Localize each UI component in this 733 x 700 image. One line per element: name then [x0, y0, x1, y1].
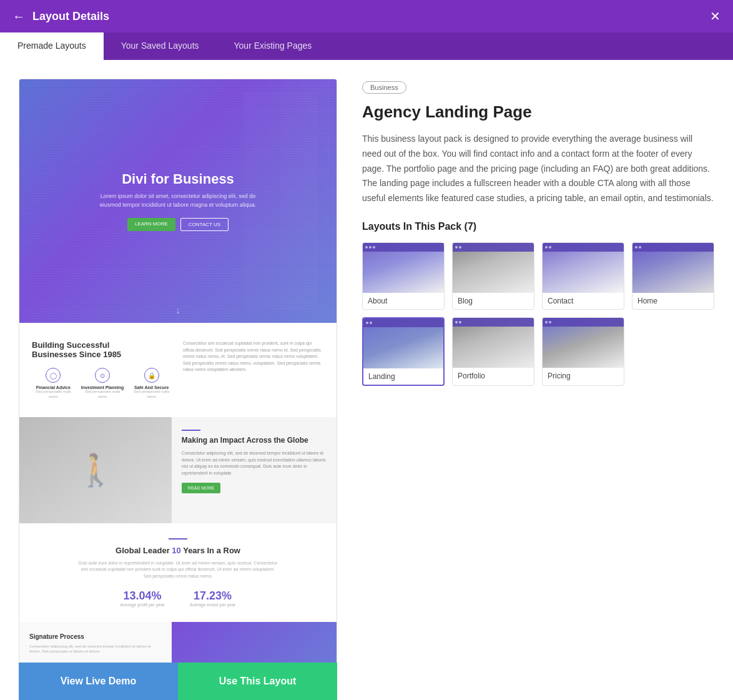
main-content: Divi for Business Lorem ipsum dolor sit …	[0, 60, 733, 698]
layout-thumb-about[interactable]: About	[362, 242, 445, 310]
section4-stats: 13.04% Average profit per year 17.23% Av…	[32, 589, 324, 607]
icon-item-secure: 🔒 Safe And Secure Sed perspiciatis nulla…	[130, 368, 173, 400]
tab-existing[interactable]: Your Existing Pages	[217, 32, 330, 60]
tabs-bar: Premade Layouts Your Saved Layouts Your …	[0, 32, 733, 60]
hero-contact-btn: CONTACT US	[180, 218, 229, 231]
section5-title: Signature Process	[29, 633, 162, 640]
tab-premade[interactable]: Premade Layouts	[0, 32, 104, 60]
section3-img-inner: 🚶	[19, 417, 172, 523]
layout-thumb-portfolio[interactable]: Portfolio	[452, 317, 534, 386]
layouts-grid: About Blog Contact	[362, 242, 714, 386]
thumb-contact-img	[543, 243, 624, 293]
thumb-home-img	[632, 243, 714, 293]
preview-panel: Divi for Business Lorem ipsum dolor sit …	[19, 79, 337, 698]
close-icon[interactable]: ✕	[710, 9, 721, 24]
section3-divider	[182, 430, 200, 431]
view-live-demo-button[interactable]: View Live Demo	[19, 663, 178, 700]
layouts-heading: Layouts In This Pack (7)	[362, 221, 714, 232]
icon-label-investment: Investment Planning	[81, 385, 124, 390]
hero-content: Divi for Business Lorem ipsum dolor sit …	[97, 171, 259, 231]
section4-divider	[169, 538, 187, 540]
thumb-about-img	[363, 243, 444, 293]
stat-invest-label: Average invest per year	[190, 603, 236, 607]
hero-title: Divi for Business	[97, 171, 259, 187]
section2-right: Consectetur sint occaecat cupidatat non …	[183, 340, 324, 400]
section3-content: Making an Impact Across the Globe Consec…	[172, 417, 337, 523]
layout-thumb-contact[interactable]: Contact	[542, 242, 624, 310]
bottom-bar: View Live Demo Use This Layout	[19, 663, 337, 700]
stat-profit-label: Average profit per year	[121, 603, 165, 607]
hero-arrow-icon: ↓	[176, 305, 180, 315]
thumb-about-label: About	[363, 293, 444, 309]
preview-section2: Building SuccessfulBusinesses Since 1985…	[19, 323, 337, 417]
thumb-portfolio-label: Portfolio	[453, 368, 534, 384]
layout-thumb-landing[interactable]: Landing	[362, 317, 445, 386]
hero-subtitle: Lorem ipsum dolor sit amet, consectetur …	[97, 192, 259, 209]
thumb-blog-img	[453, 243, 534, 293]
financial-icon: ◯	[46, 368, 61, 383]
secure-icon: 🔒	[144, 368, 159, 383]
stat-invest: 17.23% Average invest per year	[190, 589, 236, 607]
section4-title: Global Leader 10 Years In a Row	[32, 546, 324, 555]
layout-thumb-blog[interactable]: Blog	[452, 242, 534, 310]
category-badge: Business	[362, 81, 406, 94]
icon-item-financial: ◯ Financial Advice Sed perspiciatis null…	[32, 368, 75, 400]
section2-left: Building SuccessfulBusinesses Since 1985…	[32, 340, 173, 400]
thumb-home-label: Home	[632, 293, 714, 309]
preview-scroll: Divi for Business Lorem ipsum dolor sit …	[19, 79, 337, 698]
stat-profit: 13.04% Average profit per year	[121, 589, 165, 607]
back-icon[interactable]: ←	[12, 9, 25, 24]
header-left: ← Layout Details	[12, 9, 109, 24]
layout-thumb-pricing[interactable]: Pricing	[542, 317, 624, 386]
layout-description: This business layout pack is designed to…	[362, 132, 714, 206]
header: ← Layout Details ✕	[0, 0, 733, 32]
use-layout-button[interactable]: Use This Layout	[178, 663, 337, 700]
icon-desc-investment: Sed perspiciatis nulla nemo	[81, 390, 124, 400]
icon-item-investment: ⊙ Investment Planning Sed perspiciatis n…	[81, 368, 124, 400]
svg-rect-5	[280, 79, 330, 322]
section4-text: Duis aute irure dolor in reprehenderit i…	[78, 560, 278, 580]
hero-learn-btn: LEARN MORE	[127, 218, 175, 231]
section3-title: Making an Impact Across the Globe	[182, 436, 327, 446]
preview-hero: Divi for Business Lorem ipsum dolor sit …	[19, 79, 337, 323]
icon-desc-financial: Sed perspiciatis nulla nemo	[32, 390, 75, 400]
thumb-portfolio-img	[453, 318, 534, 368]
icon-label-secure: Safe And Secure	[130, 385, 173, 390]
section3-text: Consectetur adipiscing elit, sed do eius…	[182, 450, 327, 476]
section5-text: Consectetur adipiscing elit, sed do eius…	[29, 644, 162, 654]
icon-label-financial: Financial Advice	[32, 385, 75, 390]
section3-btn: READ MORE	[182, 483, 220, 493]
info-panel: Business Agency Landing Page This busine…	[362, 79, 714, 698]
tab-saved[interactable]: Your Saved Layouts	[104, 32, 217, 60]
thumb-blog-label: Blog	[453, 293, 534, 309]
thumb-pricing-img	[543, 318, 624, 368]
preview-section4: Global Leader 10 Years In a Row Duis aut…	[19, 523, 337, 623]
thumb-contact-label: Contact	[543, 293, 624, 309]
thumb-landing-img	[363, 318, 443, 368]
section2-title: Building SuccessfulBusinesses Since 1985	[32, 340, 173, 359]
header-title: Layout Details	[32, 10, 109, 23]
section3-image: 🚶	[19, 417, 172, 523]
section2-icons: ◯ Financial Advice Sed perspiciatis null…	[32, 368, 173, 400]
investment-icon: ⊙	[95, 368, 110, 383]
icon-desc-secure: Sed perspiciatis nulla nemo	[130, 390, 173, 400]
stat-invest-value: 17.23%	[190, 589, 236, 603]
hero-buttons: LEARN MORE CONTACT US	[97, 218, 259, 231]
layout-title: Agency Landing Page	[362, 102, 714, 122]
thumb-landing-label: Landing	[363, 368, 443, 385]
preview-section3: 🚶 Making an Impact Across the Globe Cons…	[19, 417, 337, 523]
layout-thumb-home[interactable]: Home	[632, 242, 714, 310]
stat-profit-value: 13.04%	[121, 589, 165, 603]
thumb-pricing-label: Pricing	[543, 368, 624, 384]
